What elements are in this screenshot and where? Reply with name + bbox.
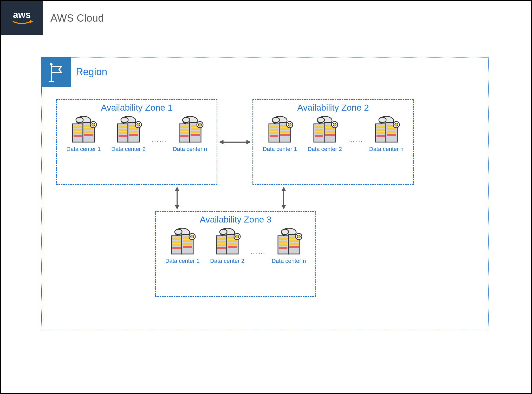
aws-logo-icon: aws xyxy=(9,9,35,27)
az2-datacenter-row: Data center 1 Data c xyxy=(253,115,413,153)
svg-rect-13 xyxy=(84,128,93,130)
svg-rect-43 xyxy=(191,134,200,136)
flag-icon xyxy=(47,62,66,82)
svg-rect-71 xyxy=(325,134,335,136)
svg-rect-108 xyxy=(217,247,226,249)
svg-rect-106 xyxy=(217,241,226,243)
svg-rect-8 xyxy=(74,129,82,131)
svg-rect-112 xyxy=(228,243,237,245)
az1-title: Availability Zone 1 xyxy=(57,103,217,113)
svg-rect-15 xyxy=(84,134,93,136)
svg-rect-122 xyxy=(279,247,287,249)
az1-dcn-label: Data center n xyxy=(173,145,207,153)
svg-rect-91 xyxy=(172,238,181,240)
svg-rect-98 xyxy=(183,243,192,245)
az1-ellipsis: …… xyxy=(151,135,167,144)
az1-datacenter-row: Data center 1 Data c xyxy=(57,115,217,153)
svg-rect-120 xyxy=(279,241,287,243)
svg-rect-9 xyxy=(74,132,82,134)
svg-rect-78 xyxy=(377,129,385,131)
datacenter-icon xyxy=(264,115,295,143)
region-container: Region Availability Zone 1 xyxy=(41,57,489,330)
datacenter-icon xyxy=(113,115,144,143)
svg-rect-125 xyxy=(289,240,299,242)
svg-rect-113 xyxy=(228,246,237,248)
az2-ellipsis: …… xyxy=(348,135,363,144)
az3-title: Availability Zone 3 xyxy=(156,214,315,225)
svg-rect-77 xyxy=(377,126,385,128)
az1-dcn: Data center n xyxy=(168,115,212,153)
availability-zone-3: Availability Zone 3 Da xyxy=(155,211,316,297)
svg-point-61 xyxy=(317,117,325,123)
az3-dc1-label: Data center 1 xyxy=(165,257,199,265)
svg-marker-137 xyxy=(282,187,286,191)
svg-rect-27 xyxy=(129,128,138,130)
svg-rect-55 xyxy=(280,128,290,130)
svg-rect-28 xyxy=(129,131,138,133)
svg-point-73 xyxy=(333,123,336,126)
svg-point-5 xyxy=(76,117,83,123)
availability-zone-1: Availability Zone 1 Da xyxy=(56,99,217,185)
region-label: Region xyxy=(76,66,107,78)
svg-rect-70 xyxy=(325,131,335,133)
svg-rect-80 xyxy=(377,135,385,137)
svg-point-89 xyxy=(175,229,182,234)
az2-title: Availability Zone 2 xyxy=(253,103,413,113)
svg-rect-52 xyxy=(270,135,278,137)
svg-point-17 xyxy=(92,123,95,126)
svg-rect-49 xyxy=(270,126,278,128)
svg-rect-94 xyxy=(172,247,181,249)
svg-point-103 xyxy=(220,229,227,234)
az2-dcn: Data center n xyxy=(364,115,408,153)
svg-marker-134 xyxy=(175,187,179,191)
svg-rect-50 xyxy=(270,129,278,131)
header: aws AWS Cloud xyxy=(1,1,531,35)
az3-dc2-label: Data center 2 xyxy=(210,257,244,265)
svg-rect-64 xyxy=(315,129,323,131)
svg-point-75 xyxy=(379,117,386,123)
svg-rect-51 xyxy=(270,132,278,134)
arrow-az1-az3 xyxy=(173,186,181,210)
datacenter-icon xyxy=(212,227,243,255)
svg-rect-126 xyxy=(289,243,299,245)
arrow-az1-az2 xyxy=(219,138,251,146)
svg-rect-38 xyxy=(180,135,189,137)
svg-point-115 xyxy=(236,235,239,238)
svg-point-87 xyxy=(395,123,398,126)
svg-marker-132 xyxy=(246,140,251,144)
svg-marker-135 xyxy=(175,205,179,209)
svg-rect-69 xyxy=(325,128,335,130)
svg-point-117 xyxy=(281,229,289,234)
svg-rect-21 xyxy=(119,126,127,128)
diagram-frame: aws AWS Cloud Region Availability Zone 1 xyxy=(0,0,532,394)
svg-rect-97 xyxy=(183,240,192,242)
datacenter-icon xyxy=(68,115,99,143)
svg-rect-63 xyxy=(315,126,323,128)
svg-rect-36 xyxy=(180,129,189,131)
availability-zone-2: Availability Zone 2 Da xyxy=(252,99,414,185)
svg-rect-14 xyxy=(84,131,93,133)
svg-rect-121 xyxy=(279,244,287,246)
az2-dcn-label: Data center n xyxy=(369,145,404,153)
svg-rect-84 xyxy=(387,131,396,133)
svg-rect-119 xyxy=(279,238,287,240)
svg-text:aws: aws xyxy=(13,9,31,20)
az2-dc2: Data center 2 xyxy=(303,115,347,153)
svg-rect-56 xyxy=(280,131,290,133)
svg-rect-66 xyxy=(315,135,323,137)
svg-point-31 xyxy=(137,123,140,126)
region-icon xyxy=(41,57,71,87)
svg-point-19 xyxy=(121,117,128,123)
svg-marker-131 xyxy=(219,140,223,144)
svg-rect-111 xyxy=(228,240,237,242)
svg-rect-65 xyxy=(315,132,323,134)
az1-dc1: Data center 1 xyxy=(62,115,106,153)
az1-dc1-label: Data center 1 xyxy=(66,145,101,153)
svg-point-45 xyxy=(198,123,202,126)
svg-rect-42 xyxy=(191,131,200,133)
datacenter-icon xyxy=(309,115,340,143)
az3-datacenter-row: Data center 1 Data c xyxy=(156,227,315,265)
svg-rect-22 xyxy=(119,129,127,131)
az1-dc2: Data center 2 xyxy=(107,115,151,153)
svg-point-33 xyxy=(183,117,190,123)
